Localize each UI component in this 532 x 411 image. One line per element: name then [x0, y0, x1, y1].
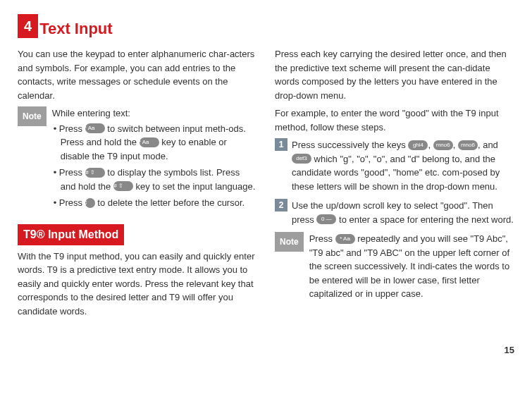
note-bullet-2: Press # ⇧ to display the symbols list. P…	[52, 166, 257, 193]
chapter-title: Text Input	[39, 20, 112, 37]
key-hash-icon: # ⇧	[85, 168, 105, 178]
step-number: 1	[275, 138, 287, 151]
t9-description: With the T9 input method, you can easily…	[18, 250, 257, 319]
note-bullet-list: Press * Aa to switch between input meth-…	[52, 122, 257, 210]
text: , and	[478, 140, 498, 150]
text: to enter a space for entering the next w…	[336, 214, 513, 225]
key-4ghi-icon: ghi4	[408, 140, 428, 150]
key-hash-icon: # ⇧	[113, 181, 133, 191]
chapter-number-badge: 4	[18, 14, 38, 38]
key-6mno-icon: mno6	[458, 140, 478, 150]
note-label: Note	[275, 232, 304, 252]
right-column: Press each key carrying the desired lett…	[275, 47, 514, 322]
key-star-icon: * Aa	[140, 137, 159, 147]
key-0-icon: 0 —	[316, 214, 336, 224]
two-column-layout: You can use the keypad to enter alphanum…	[18, 47, 514, 322]
note-bullet-3: Press to delete the letter before the cu…	[52, 196, 257, 210]
key-3def-icon: def3	[292, 154, 311, 164]
step-2: 2 Use the up/down scroll key to select "…	[275, 199, 514, 226]
key-clear-icon	[85, 198, 95, 208]
step-1: 1 Press successively the keys ghi4, mno6…	[275, 138, 514, 193]
note-block: Note Press * Aa repeatedly and you will …	[275, 232, 514, 301]
note-block: Note While entering text: Press * Aa to …	[18, 106, 257, 213]
step-body: Use the up/down scroll key to select "go…	[292, 199, 514, 226]
text: Press	[59, 123, 85, 134]
key-star-icon: * Aa	[85, 123, 105, 133]
key-star-icon: * Aa	[335, 234, 355, 244]
text: ,	[428, 140, 433, 150]
left-column: You can use the keypad to enter alphanum…	[18, 47, 257, 322]
right-para-1: Press each key carrying the desired lett…	[275, 47, 514, 102]
section-heading-t9: T9® Input Method	[18, 224, 124, 245]
text: which "g", "o", "o", and "d" belong to, …	[292, 154, 500, 192]
note-body: While entering text: Press * Aa to switc…	[52, 106, 257, 213]
text: Press	[59, 197, 85, 208]
page-header: 4Text Input	[18, 14, 514, 40]
note-body: Press * Aa repeatedly and you will see "…	[309, 232, 514, 301]
key-6mno-icon: mno6	[433, 140, 453, 150]
text: Press	[59, 167, 85, 178]
right-para-2: For example, to enter the word "good" wi…	[275, 106, 514, 134]
page-number: 15	[18, 343, 514, 357]
text: Press	[309, 233, 335, 244]
note-bullet-1: Press * Aa to switch between input meth-…	[52, 122, 257, 164]
note-label: Note	[18, 106, 47, 126]
intro-paragraph: You can use the keypad to enter alphanum…	[18, 47, 257, 102]
step-number: 2	[275, 199, 287, 211]
text: to delete the letter before the cursor.	[95, 197, 245, 208]
text: key to set the input language.	[133, 181, 255, 192]
step-body: Press successively the keys ghi4, mno6, …	[292, 138, 514, 193]
text: ,	[453, 140, 458, 150]
text: Press successively the keys	[292, 140, 408, 150]
note-lead: While entering text:	[52, 108, 130, 118]
